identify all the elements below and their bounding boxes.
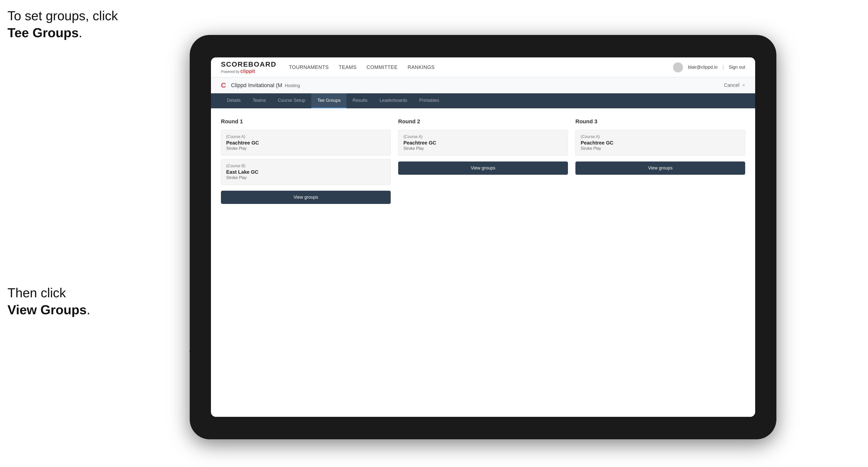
round-1-view-groups-button[interactable]: View groups (221, 191, 391, 204)
round-1-course-a-name: Peachtree GC (226, 140, 385, 146)
rounds-container: Round 1 (Course A) Peachtree GC Stroke P… (221, 118, 745, 204)
round-3-course-a-card: (Course A) Peachtree GC Stroke Play (576, 130, 745, 156)
sub-header: C Clippd Invitational (MHosting Cancel ✕ (211, 77, 755, 93)
round-1-title: Round 1 (221, 118, 391, 125)
round-2-course-a-label: (Course A) (403, 134, 563, 139)
round-2-course-a-card: (Course A) Peachtree GC Stroke Play (398, 130, 568, 156)
round-1-column: Round 1 (Course A) Peachtree GC Stroke P… (221, 118, 391, 204)
round-2-course-a-format: Stroke Play (403, 146, 563, 151)
round-2-view-groups-button[interactable]: View groups (398, 161, 568, 175)
sub-title: Clippd Invitational (MHosting (231, 82, 724, 89)
tab-results[interactable]: Results (346, 93, 373, 108)
sign-out-link[interactable]: Sign out (729, 65, 745, 70)
nav-rankings[interactable]: RANKINGS (408, 64, 435, 70)
tab-details[interactable]: Details (221, 93, 247, 108)
main-content: Round 1 (Course A) Peachtree GC Stroke P… (211, 108, 755, 417)
tab-leaderboards[interactable]: Leaderboards (373, 93, 413, 108)
logo-area: SCOREBOARD Powered by clippit (221, 60, 276, 74)
round-3-column: Round 3 (Course A) Peachtree GC Stroke P… (576, 118, 745, 204)
tab-bar: Details Teams Course Setup Tee Groups Re… (211, 93, 755, 108)
round-1-course-a-card: (Course A) Peachtree GC Stroke Play (221, 130, 391, 156)
round-1-course-b-name: East Lake GC (226, 169, 385, 175)
round-3-course-a-format: Stroke Play (581, 146, 740, 151)
round-3-course-a-label: (Course A) (581, 134, 740, 139)
round-1-course-a-label: (Course A) (226, 134, 385, 139)
tablet-screen: SCOREBOARD Powered by clippit TOURNAMENT… (211, 57, 755, 417)
logo-text: SCOREBOARD (221, 60, 276, 68)
nav-user-email: blair@clippd.io (688, 65, 717, 70)
nav-links: TOURNAMENTS TEAMS COMMITTEE RANKINGS (289, 64, 673, 70)
round-1-course-a-format: Stroke Play (226, 146, 385, 151)
round-2-title: Round 2 (398, 118, 568, 125)
round-3-title: Round 3 (576, 118, 745, 125)
nav-committee[interactable]: COMMITTEE (367, 64, 398, 70)
round-1-course-b-label: (Course B) (226, 164, 385, 168)
instruction-view-groups: View Groups (7, 303, 87, 317)
round-2-column: Round 2 (Course A) Peachtree GC Stroke P… (398, 118, 568, 204)
instruction-bottom-line1: Then click (7, 284, 90, 302)
nav-tournaments[interactable]: TOURNAMENTS (289, 64, 329, 70)
nav-teams[interactable]: TEAMS (339, 64, 356, 70)
tablet-device: SCOREBOARD Powered by clippit TOURNAMENT… (190, 35, 776, 439)
nav-separator: | (722, 65, 724, 70)
round-3-course-a-name: Peachtree GC (581, 140, 740, 146)
top-nav: SCOREBOARD Powered by clippit TOURNAMENT… (211, 57, 755, 77)
tab-course-setup[interactable]: Course Setup (272, 93, 311, 108)
cancel-button[interactable]: Cancel (724, 82, 739, 88)
instruction-top: To set groups, click Tee Groups. (7, 7, 118, 41)
round-3-view-groups-button[interactable]: View groups (576, 161, 745, 175)
tab-teams[interactable]: Teams (247, 93, 272, 108)
round-1-course-b-format: Stroke Play (226, 176, 385, 180)
user-avatar (673, 62, 683, 72)
cancel-x-icon[interactable]: ✕ (742, 83, 745, 88)
instruction-top-line2: Tee Groups. (7, 25, 118, 41)
sub-logo-c: C (221, 81, 226, 89)
nav-right: blair@clippd.io | Sign out (673, 62, 745, 72)
tab-printables[interactable]: Printables (413, 93, 445, 108)
instruction-top-line1: To set groups, click (7, 7, 118, 25)
round-1-course-b-card: (Course B) East Lake GC Stroke Play (221, 159, 391, 185)
logo-sub: Powered by clippit (221, 68, 276, 74)
instruction-tee-groups: Tee Groups (7, 26, 79, 40)
instruction-bottom: Then click View Groups. (7, 284, 90, 318)
tab-tee-groups[interactable]: Tee Groups (311, 93, 346, 108)
instruction-bottom-line2: View Groups. (7, 302, 90, 318)
round-2-course-a-name: Peachtree GC (403, 140, 563, 146)
